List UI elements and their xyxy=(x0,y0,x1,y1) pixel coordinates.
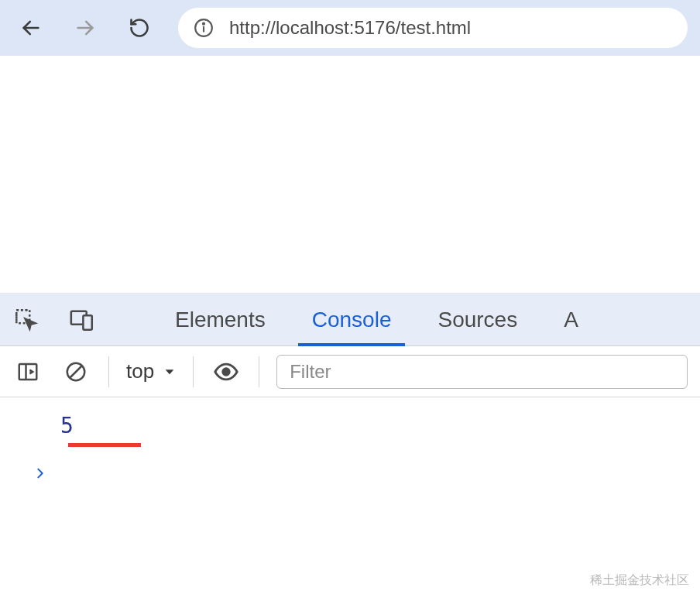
svg-point-4 xyxy=(203,23,204,25)
info-icon xyxy=(194,18,214,38)
console-log-value: 5 xyxy=(19,413,74,438)
inspect-element-button[interactable] xyxy=(8,301,45,339)
sidebar-icon xyxy=(16,360,39,383)
tab-sources[interactable]: Sources xyxy=(424,294,531,346)
tab-elements[interactable]: Elements xyxy=(161,294,280,346)
chevron-down-icon xyxy=(163,366,176,378)
context-label: top xyxy=(126,359,154,383)
divider xyxy=(259,356,259,387)
toggle-sidebar-button[interactable] xyxy=(12,356,43,387)
eye-icon xyxy=(213,359,239,385)
page-content xyxy=(0,56,700,294)
url-text: http://localhost:5176/test.html xyxy=(229,17,471,39)
clear-console-button[interactable] xyxy=(60,356,91,387)
tab-label: Sources xyxy=(438,308,517,332)
tab-label: Elements xyxy=(175,308,266,332)
url-bar[interactable]: http://localhost:5176/test.html xyxy=(178,8,688,48)
watermark: 稀土掘金技术社区 xyxy=(590,572,689,589)
forward-button[interactable] xyxy=(67,9,104,46)
tab-console[interactable]: Console xyxy=(298,294,406,346)
arrow-right-icon xyxy=(74,17,96,39)
reload-button[interactable] xyxy=(121,9,158,46)
toggle-device-button[interactable] xyxy=(63,301,101,339)
svg-rect-7 xyxy=(83,315,91,329)
device-icon xyxy=(69,307,95,333)
execution-context-select[interactable]: top xyxy=(126,359,176,383)
reload-icon xyxy=(129,17,150,39)
devtools-tabs: Elements Console Sources A xyxy=(0,294,700,346)
clear-icon xyxy=(64,360,88,383)
highlight-underline xyxy=(68,443,141,447)
console-toolbar: top xyxy=(0,346,700,397)
console-prompt[interactable] xyxy=(19,467,681,483)
devtools-panel: Elements Console Sources A top xyxy=(0,294,700,498)
inspect-icon xyxy=(13,307,39,333)
console-output: 5 xyxy=(0,397,700,498)
svg-point-12 xyxy=(223,368,230,375)
tab-label: Console xyxy=(312,308,392,332)
back-button[interactable] xyxy=(12,9,50,46)
divider xyxy=(108,356,109,387)
tab-label: A xyxy=(564,308,578,332)
arrow-left-icon xyxy=(20,17,42,39)
divider xyxy=(193,356,194,387)
tab-application[interactable]: A xyxy=(550,294,578,346)
filter-input[interactable] xyxy=(276,355,688,389)
chevron-right-icon xyxy=(34,467,46,479)
browser-toolbar: http://localhost:5176/test.html xyxy=(0,0,700,56)
svg-line-11 xyxy=(70,366,82,377)
live-expression-button[interactable] xyxy=(211,356,242,387)
